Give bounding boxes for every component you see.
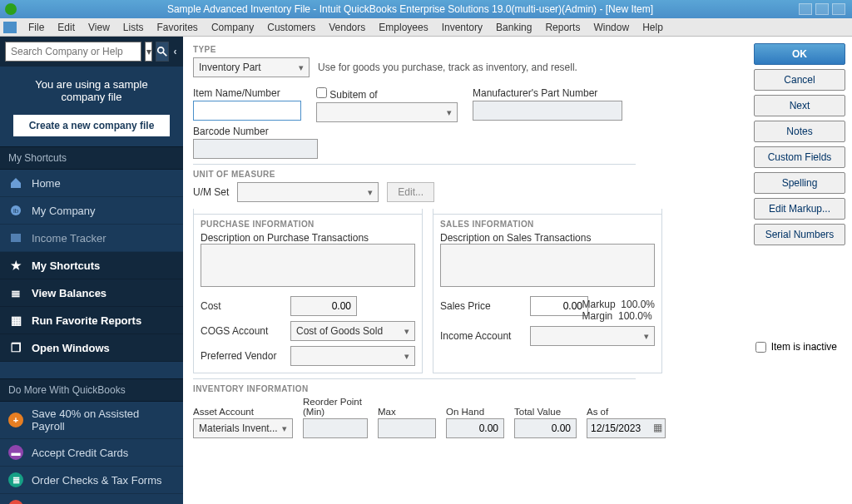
tracker-icon [8,230,23,245]
sidebar-item-label: View Balances [32,287,106,299]
calendar-icon[interactable]: ▦ [653,422,662,433]
sidebar-panel-open-windows[interactable]: ❐ Open Windows [0,334,183,362]
type-dropdown[interactable]: Inventory Part [193,57,310,77]
menu-company[interactable]: Company [205,22,260,33]
tsheets-icon: T [8,500,23,504]
subitem-label: Subitem of [316,87,458,101]
menu-window[interactable]: Window [587,22,636,33]
menu-reports[interactable]: Reports [538,22,587,33]
menu-lists[interactable]: Lists [116,22,151,33]
barcode-input[interactable] [193,139,318,159]
purchase-section-label: PURCHASE INFORMATION [194,214,422,229]
cogs-dropdown[interactable]: Cost of Goods Sold [290,321,415,341]
cost-input[interactable] [290,296,357,316]
qb-logo-icon [5,3,17,15]
cancel-button[interactable]: Cancel [754,69,845,91]
uom-set-label: U/M Set [193,186,229,198]
search-scope-dropdown[interactable]: ▾ [145,42,152,62]
sidebar-item-income-tracker[interactable]: Income Tracker [0,225,183,252]
my-shortcuts-header: My Shortcuts [0,146,183,170]
menu-file[interactable]: File [22,22,51,33]
menu-favorites[interactable]: Favorites [151,22,205,33]
search-button[interactable] [156,42,169,62]
maximize-icon[interactable] [815,3,829,15]
mfr-part-input[interactable] [473,101,622,121]
sidebar-item-label: Save 40% on Assisted Payroll [32,408,175,432]
sidebar-item-label: Accept Credit Cards [32,447,128,459]
spelling-button[interactable]: Spelling [754,172,845,194]
svg-line-1 [163,52,166,56]
item-name-input[interactable] [193,101,301,121]
subitem-checkbox[interactable] [316,87,327,98]
sales-price-input[interactable] [530,296,588,316]
purchase-desc-input[interactable] [201,244,415,287]
sidebar-item-label: Order Checks & Tax Forms [32,474,162,487]
sidebar-item-order-checks[interactable]: ≣ Order Checks & Tax Forms [0,467,183,494]
notes-button[interactable]: Notes [754,121,845,142]
menu-employees[interactable]: Employees [372,22,434,33]
menu-vendors[interactable]: Vendors [322,22,372,33]
cost-label: Cost [201,300,284,312]
reorder-point-label: Reorder Point (Min) [303,397,368,417]
menu-inventory[interactable]: Inventory [435,22,489,33]
sidebar-item-tsheets[interactable]: T Track time with TSheets [0,494,183,504]
svg-rect-4 [11,234,21,242]
serial-numbers-button[interactable]: Serial Numbers [754,224,845,245]
onhand-input[interactable] [446,418,504,438]
menu-help[interactable]: Help [636,22,670,33]
sidebar-item-label: Home [32,177,61,190]
close-icon[interactable] [832,3,845,15]
minimize-icon[interactable] [799,3,812,15]
markup-margin-readout: Markup 100.0% Margin 100.0% [582,299,655,322]
asof-label: As of [587,407,666,417]
purchase-info-panel: PURCHASE INFORMATION Description on Purc… [193,209,423,373]
ok-button[interactable]: OK [754,43,845,65]
item-inactive-label: Item is inactive [771,341,837,353]
inventory-section-label: INVENTORY INFORMATION [193,378,636,393]
uom-edit-button[interactable]: Edit... [387,182,434,202]
menu-edit[interactable]: Edit [51,22,82,33]
menu-customers[interactable]: Customers [260,22,322,33]
sidebar-panel-run-favorite-reports[interactable]: ▦ Run Favorite Reports [0,307,183,334]
uom-set-dropdown[interactable] [237,182,379,202]
type-description: Use for goods you purchase, track as inv… [318,62,577,73]
pref-vendor-dropdown[interactable] [290,346,415,366]
sidebar-panel-my-shortcuts[interactable]: ★ My Shortcuts [0,252,183,279]
item-inactive-checkbox[interactable] [755,342,766,353]
system-menu-icon[interactable] [3,22,17,33]
subitem-dropdown[interactable] [316,102,458,122]
item-inactive-row: Item is inactive [755,341,837,353]
sidebar-panel-view-balances[interactable]: ≣ View Balances [0,279,183,307]
next-button[interactable]: Next [754,95,845,116]
magnifier-icon [156,46,168,57]
star-icon: ★ [8,258,23,273]
income-account-dropdown[interactable] [530,326,655,346]
reorder-point-input[interactable] [303,418,368,438]
search-input[interactable] [5,42,141,62]
asset-account-dropdown[interactable]: Materials Invent... [193,418,293,438]
create-company-button[interactable]: Create a new company file [13,115,170,136]
sidebar-item-label: My Shortcuts [32,259,100,272]
menu-view[interactable]: View [82,22,116,33]
onhand-label: On Hand [446,407,504,417]
sidebar-item-payroll[interactable]: + Save 40% on Assisted Payroll [0,402,183,439]
sidebar-item-credit-cards[interactable]: ▬ Accept Credit Cards [0,439,183,467]
sales-desc-input[interactable] [440,244,655,287]
sidebar: ▾ ‹ You are using a sample company file … [0,37,183,504]
type-section-label: TYPE [193,45,636,54]
custom-fields-button[interactable]: Custom Fields [754,146,845,168]
sidebar-item-label: Income Tracker [32,232,106,245]
svg-text:ib: ib [13,207,19,215]
sidebar-item-home[interactable]: Home [0,170,183,197]
company-icon: ib [8,203,23,218]
sales-desc-label: Description on Sales Transactions [440,232,591,244]
total-value-input[interactable] [514,418,577,438]
sidebar-collapse-button[interactable]: ‹ [172,42,178,62]
max-input[interactable] [378,418,436,438]
menubar: File Edit View Lists Favorites Company C… [0,18,852,37]
sales-price-label: Sales Price [440,300,523,312]
sales-info-panel: SALES INFORMATION Description on Sales T… [433,209,662,373]
sidebar-item-my-company[interactable]: ib My Company [0,197,183,225]
menu-banking[interactable]: Banking [489,22,538,33]
edit-markup-button[interactable]: Edit Markup... [754,198,845,220]
